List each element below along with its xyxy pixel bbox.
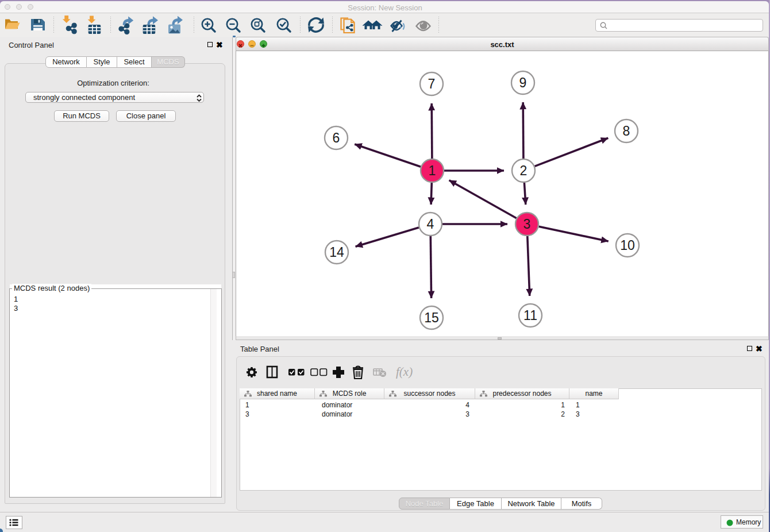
svg-text:4: 4 xyxy=(427,217,434,232)
svg-text:14: 14 xyxy=(329,245,344,260)
svg-text:1: 1 xyxy=(429,163,436,178)
svg-text:f(x): f(x) xyxy=(396,365,413,379)
svg-text:10: 10 xyxy=(620,238,635,253)
svg-text:8: 8 xyxy=(623,124,630,138)
svg-text:15: 15 xyxy=(424,310,439,325)
svg-text:6: 6 xyxy=(333,130,340,145)
svg-text:11: 11 xyxy=(523,308,537,323)
svg-text:2: 2 xyxy=(520,163,528,178)
svg-text:7: 7 xyxy=(428,76,436,91)
svg-text:9: 9 xyxy=(519,75,527,90)
svg-text:3: 3 xyxy=(523,217,531,232)
